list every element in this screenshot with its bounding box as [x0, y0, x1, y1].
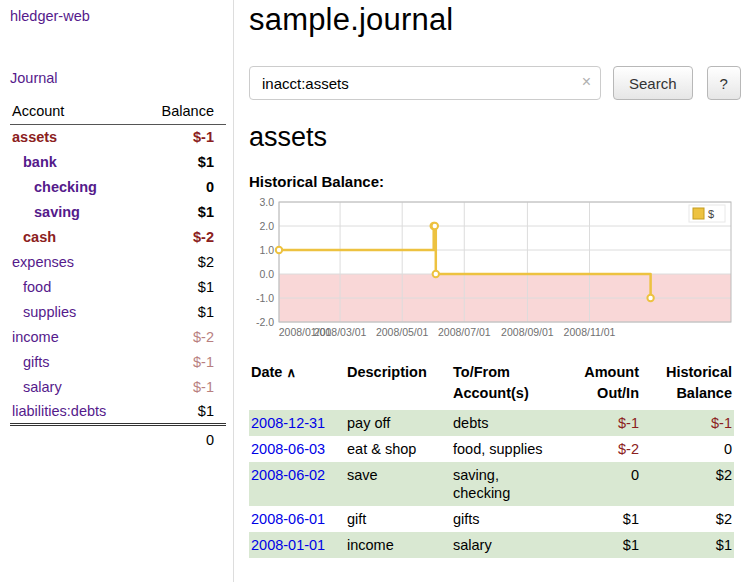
balance-header-line2: Balance: [643, 383, 732, 404]
help-button[interactable]: ?: [707, 66, 741, 100]
journal-link[interactable]: Journal: [10, 70, 233, 86]
svg-text:-1.0: -1.0: [256, 292, 274, 304]
account-row: checking0: [10, 175, 226, 200]
col-header-amount: Amount Out/In: [563, 360, 641, 410]
accounts-header-line1: To/From: [453, 362, 561, 383]
account-link[interactable]: salary: [23, 379, 62, 395]
register-amount-cell: $1: [563, 532, 641, 558]
account-link[interactable]: bank: [23, 154, 57, 170]
account-balance: $1: [198, 154, 214, 170]
svg-text:2008/05/01: 2008/05/01: [376, 326, 429, 338]
transaction-date-link[interactable]: 2008-06-01: [251, 511, 325, 527]
account-link[interactable]: food: [23, 279, 51, 295]
account-balance-cell: $-1: [138, 125, 226, 150]
chart-title: Historical Balance:: [249, 173, 741, 190]
amount-header-line1: Amount: [565, 362, 639, 383]
transaction-date-link[interactable]: 2008-01-01: [251, 537, 325, 553]
clear-search-icon[interactable]: ×: [582, 73, 591, 91]
account-balance-cell: $1: [138, 275, 226, 300]
transaction-date-link[interactable]: 2008-06-02: [251, 467, 325, 483]
account-link[interactable]: assets: [12, 129, 57, 145]
account-link[interactable]: cash: [23, 229, 56, 245]
accounts-total-spacer: [10, 425, 138, 450]
svg-text:2008/11/01: 2008/11/01: [564, 326, 616, 338]
col-header-accounts: To/From Account(s): [451, 360, 563, 410]
account-row: expenses$2: [10, 250, 226, 275]
register-description-cell: save: [345, 462, 451, 506]
account-balance: $1: [198, 279, 214, 295]
account-link[interactable]: expenses: [12, 254, 74, 270]
account-link[interactable]: checking: [34, 179, 97, 195]
account-name-cell: gifts: [10, 350, 138, 375]
register-balance-cell: $2: [641, 462, 734, 506]
account-name-cell: assets: [10, 125, 138, 150]
transaction-date-link[interactable]: 2008-12-31: [251, 415, 325, 431]
historical-balance-chart: $3.02.01.00.0-1.0-2.02008/01/012008/03/0…: [249, 196, 737, 344]
main-content: sample.journal × Search ? assets Histori…: [234, 0, 742, 582]
account-balance-cell: 0: [138, 175, 226, 200]
account-balance-cell: $1: [138, 200, 226, 225]
accounts-header-balance: Balance: [138, 100, 226, 125]
historical-balance-chart-svg: $3.02.01.00.0-1.0-2.02008/01/012008/03/0…: [249, 196, 737, 344]
register-row: 2008-06-02savesaving, checking0$2: [249, 462, 734, 506]
account-balance: $-2: [193, 329, 214, 345]
svg-text:2008/09/01: 2008/09/01: [501, 326, 554, 338]
account-name-cell: income: [10, 325, 138, 350]
page-title: sample.journal: [249, 2, 741, 38]
account-link[interactable]: saving: [34, 204, 80, 220]
account-name-cell: supplies: [10, 300, 138, 325]
account-balance-cell: $1: [138, 300, 226, 325]
sidebar: hledger-web Journal Account Balance asse…: [0, 0, 234, 582]
search-row: × Search ?: [249, 66, 741, 100]
accounts-header-line2: Account(s): [453, 383, 561, 404]
register-description-cell: income: [345, 532, 451, 558]
register-amount-cell: $-2: [563, 436, 641, 462]
account-balance: $1: [198, 204, 214, 220]
hledger-web-app: hledger-web Journal Account Balance asse…: [0, 0, 742, 582]
account-link[interactable]: gifts: [23, 354, 50, 370]
register-accounts-cell: saving, checking: [451, 462, 563, 506]
search-button[interactable]: Search: [613, 66, 693, 100]
account-balance: $-1: [193, 129, 214, 145]
accounts-total-row: 0: [10, 425, 226, 450]
account-row: liabilities:debts$1: [10, 400, 226, 425]
account-balance-cell: $1: [138, 150, 226, 175]
col-header-date[interactable]: Date ∧: [249, 360, 345, 410]
app-title-link[interactable]: hledger-web: [10, 8, 233, 24]
account-row: saving$1: [10, 200, 226, 225]
account-balance: $1: [198, 403, 214, 419]
account-balance: $-2: [193, 229, 214, 245]
search-input[interactable]: [249, 66, 601, 100]
account-link[interactable]: liabilities:debts: [12, 403, 106, 419]
svg-text:2.0: 2.0: [259, 220, 274, 232]
svg-text:2008/07/01: 2008/07/01: [438, 326, 491, 338]
account-row: food$1: [10, 275, 226, 300]
col-header-description: Description: [345, 360, 451, 410]
account-name-cell: cash: [10, 225, 138, 250]
account-link[interactable]: income: [12, 329, 59, 345]
register-date-cell: 2008-06-03: [249, 436, 345, 462]
account-name-cell: saving: [10, 200, 138, 225]
account-balance-cell: $-1: [138, 375, 226, 400]
register-description-cell: pay off: [345, 410, 451, 436]
svg-text:3.0: 3.0: [259, 196, 274, 208]
account-link[interactable]: supplies: [23, 304, 76, 320]
register-date-cell: 2008-01-01: [249, 532, 345, 558]
register-balance-cell: $1: [641, 532, 734, 558]
balance-header-line1: Historical: [643, 362, 732, 383]
account-row: salary$-1: [10, 375, 226, 400]
register-accounts-cell: debts: [451, 410, 563, 436]
register-accounts-cell: salary: [451, 532, 563, 558]
account-heading: assets: [249, 122, 741, 153]
account-balance: $-1: [193, 354, 214, 370]
account-name-cell: bank: [10, 150, 138, 175]
account-balance-cell: $-2: [138, 225, 226, 250]
register-row: 2008-06-03eat & shopfood, supplies$-20: [249, 436, 734, 462]
col-header-balance: Historical Balance: [641, 360, 734, 410]
transaction-date-link[interactable]: 2008-06-03: [251, 441, 325, 457]
register-amount-cell: $-1: [563, 410, 641, 436]
account-row: income$-2: [10, 325, 226, 350]
register-row: 2008-12-31pay offdebts$-1$-1: [249, 410, 734, 436]
account-balance: $2: [198, 254, 214, 270]
register-row: 2008-06-01giftgifts$1$2: [249, 506, 734, 532]
